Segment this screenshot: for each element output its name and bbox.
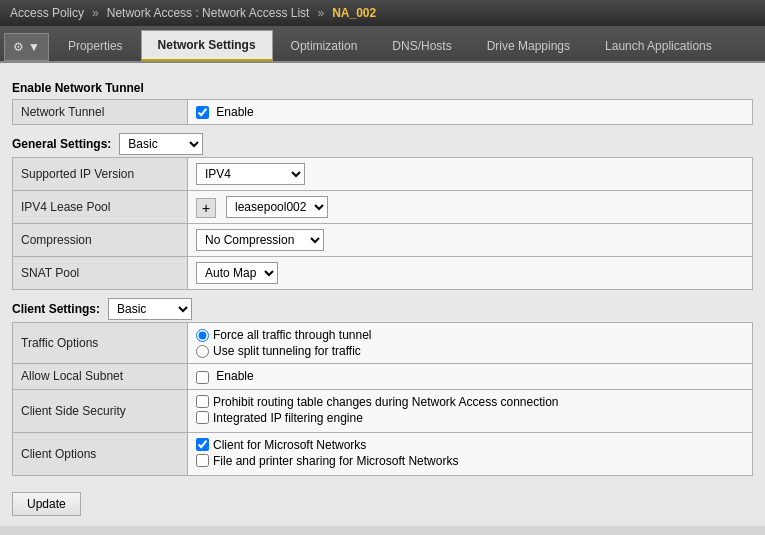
general-settings-table: Supported IP Version IPV4 IPV6 IPV4 and … <box>12 157 753 290</box>
client-options-value: Client for Microsoft Networks File and p… <box>188 432 753 475</box>
tab-network-settings[interactable]: Network Settings <box>141 30 273 61</box>
ipv4-lease-pool-label: IPV4 Lease Pool <box>13 191 188 224</box>
table-row: Network Tunnel Enable <box>13 100 753 125</box>
client-options-label: Client Options <box>13 432 188 475</box>
table-row: SNAT Pool Auto Map <box>13 257 753 290</box>
supported-ip-select[interactable]: IPV4 IPV6 IPV4 and IPV6 <box>196 163 305 185</box>
enable-tunnel-table: Network Tunnel Enable <box>12 99 753 125</box>
traffic-force-label: Force all traffic through tunnel <box>213 328 372 342</box>
table-row: Compression No Compression LZO Compressi… <box>13 224 753 257</box>
general-settings-heading: General Settings: <box>12 137 111 151</box>
client-settings-heading: Client Settings: <box>12 302 100 316</box>
table-row: Client Side Security Prohibit routing ta… <box>13 389 753 432</box>
traffic-force-row: Force all traffic through tunnel <box>196 328 744 342</box>
enable-tunnel-heading: Enable Network Tunnel <box>12 81 753 95</box>
supported-ip-value: IPV4 IPV6 IPV4 and IPV6 <box>188 158 753 191</box>
supported-ip-label: Supported IP Version <box>13 158 188 191</box>
network-tunnel-value: Enable <box>188 100 753 125</box>
traffic-split-row: Use split tunneling for traffic <box>196 344 744 358</box>
snat-pool-label: SNAT Pool <box>13 257 188 290</box>
traffic-split-label: Use split tunneling for traffic <box>213 344 361 358</box>
lease-pool-select[interactable]: leasepool002 <box>226 196 328 218</box>
gear-tab[interactable]: ⚙ ▼ <box>4 33 49 61</box>
snat-pool-select[interactable]: Auto Map <box>196 262 278 284</box>
enable-tunnel-checkbox-label[interactable]: Enable <box>196 105 254 119</box>
breadcrumb-na002: NA_002 <box>332 6 376 20</box>
add-lease-pool-button[interactable]: + <box>196 198 216 218</box>
tab-properties[interactable]: Properties <box>51 31 140 61</box>
table-row: Traffic Options Force all traffic throug… <box>13 323 753 364</box>
client-settings-table: Traffic Options Force all traffic throug… <box>12 322 753 475</box>
allow-local-subnet-checkbox-label[interactable]: Enable <box>196 369 254 383</box>
file-printer-checkbox[interactable] <box>196 454 209 467</box>
prohibit-routing-label: Prohibit routing table changes during Ne… <box>213 395 559 409</box>
ms-networks-row: Client for Microsoft Networks <box>196 438 744 452</box>
table-row: Client Options Client for Microsoft Netw… <box>13 432 753 475</box>
compression-label: Compression <box>13 224 188 257</box>
general-settings-row: General Settings: Basic Advanced <box>12 133 753 155</box>
allow-local-subnet-checkbox[interactable] <box>196 371 209 384</box>
tab-optimization[interactable]: Optimization <box>274 31 375 61</box>
file-printer-label: File and printer sharing for Microsoft N… <box>213 454 458 468</box>
tab-bar: ⚙ ▼ Properties Network Settings Optimiza… <box>0 26 765 63</box>
enable-tunnel-checkbox[interactable] <box>196 106 209 119</box>
client-settings-row: Client Settings: Basic Advanced <box>12 298 753 320</box>
table-row: Allow Local Subnet Enable <box>13 364 753 389</box>
ipv4-lease-pool-value: + leasepool002 <box>188 191 753 224</box>
enable-tunnel-checkbox-text: Enable <box>216 105 253 119</box>
allow-local-subnet-checkbox-text: Enable <box>216 369 253 383</box>
gear-icon: ⚙ <box>13 40 24 54</box>
client-side-security-value: Prohibit routing table changes during Ne… <box>188 389 753 432</box>
traffic-radio-group: Force all traffic through tunnel Use spl… <box>196 328 744 358</box>
ms-networks-label: Client for Microsoft Networks <box>213 438 366 452</box>
integrated-ip-row: Integrated IP filtering engine <box>196 411 744 425</box>
gear-dropdown-icon: ▼ <box>28 40 40 54</box>
compression-select[interactable]: No Compression LZO Compression <box>196 229 324 251</box>
ms-networks-checkbox[interactable] <box>196 438 209 451</box>
content-area: Enable Network Tunnel Network Tunnel Ena… <box>0 63 765 526</box>
integrated-ip-checkbox[interactable] <box>196 411 209 424</box>
traffic-split-radio[interactable] <box>196 345 209 358</box>
file-printer-row: File and printer sharing for Microsoft N… <box>196 454 744 468</box>
tab-launch-applications[interactable]: Launch Applications <box>588 31 729 61</box>
breadcrumb-access-policy[interactable]: Access Policy <box>10 6 84 20</box>
network-tunnel-label: Network Tunnel <box>13 100 188 125</box>
traffic-options-label: Traffic Options <box>13 323 188 364</box>
breadcrumb: Access Policy » Network Access : Network… <box>0 0 765 26</box>
breadcrumb-sep-1: » <box>92 6 99 20</box>
allow-local-subnet-value: Enable <box>188 364 753 389</box>
allow-local-subnet-label: Allow Local Subnet <box>13 364 188 389</box>
traffic-force-radio[interactable] <box>196 329 209 342</box>
client-settings-mode-select[interactable]: Basic Advanced <box>108 298 192 320</box>
table-row: IPV4 Lease Pool + leasepool002 <box>13 191 753 224</box>
table-row: Supported IP Version IPV4 IPV6 IPV4 and … <box>13 158 753 191</box>
breadcrumb-network-access[interactable]: Network Access : Network Access List <box>107 6 310 20</box>
update-button[interactable]: Update <box>12 492 81 516</box>
snat-pool-value: Auto Map <box>188 257 753 290</box>
traffic-options-value: Force all traffic through tunnel Use spl… <box>188 323 753 364</box>
breadcrumb-sep-2: » <box>317 6 324 20</box>
prohibit-routing-checkbox[interactable] <box>196 395 209 408</box>
tab-dns-hosts[interactable]: DNS/Hosts <box>375 31 468 61</box>
compression-value: No Compression LZO Compression <box>188 224 753 257</box>
tab-drive-mappings[interactable]: Drive Mappings <box>470 31 587 61</box>
client-side-security-label: Client Side Security <box>13 389 188 432</box>
integrated-ip-label: Integrated IP filtering engine <box>213 411 363 425</box>
general-settings-mode-select[interactable]: Basic Advanced <box>119 133 203 155</box>
prohibit-routing-row: Prohibit routing table changes during Ne… <box>196 395 744 409</box>
